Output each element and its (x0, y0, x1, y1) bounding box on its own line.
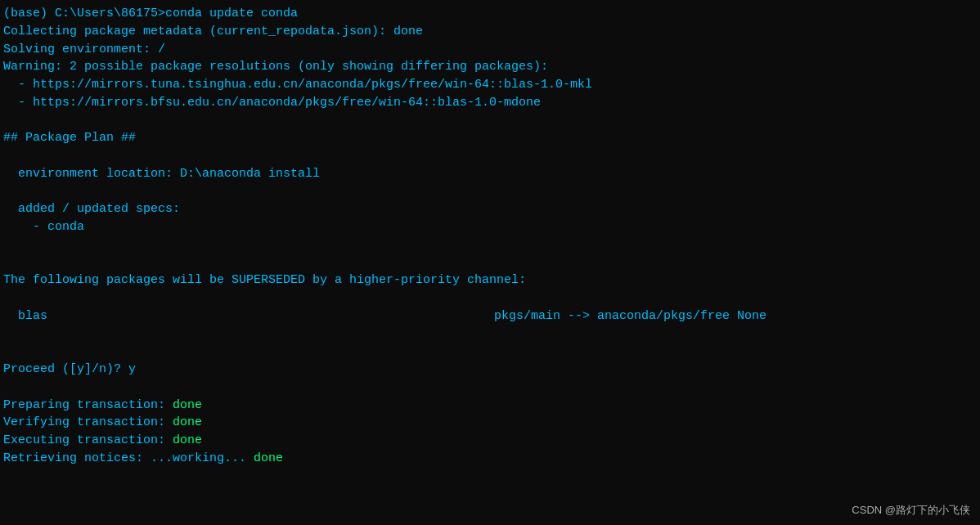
empty-line-8 (3, 343, 977, 361)
verifying-done: done (173, 415, 202, 429)
proceed-line: Proceed ([y]/n)? y (3, 361, 977, 379)
solving-line: Solving environment: / (3, 41, 977, 59)
url1-line: - https://mirrors.tuna.tsinghua.edu.cn/a… (3, 76, 977, 94)
blas-row: blas pkgs/main --> anaconda/pkgs/free No… (3, 307, 977, 325)
empty-line-3 (3, 183, 977, 201)
empty-line-4 (3, 236, 977, 254)
preparing-done: done (173, 398, 202, 412)
blas-right: pkgs/main --> anaconda/pkgs/free None (494, 307, 766, 325)
retrieving-line: Retrieving notices: ...working... done (3, 450, 977, 468)
executing-line: Executing transaction: done (3, 432, 977, 450)
pkg-plan-line: ## Package Plan ## (3, 129, 977, 147)
empty-line-9 (3, 379, 977, 397)
added-specs-line: added / updated specs: (3, 200, 977, 218)
url2-line: - https://mirrors.bfsu.edu.cn/anaconda/p… (3, 94, 977, 112)
blas-left: blas (3, 307, 494, 325)
empty-line-2 (3, 147, 977, 165)
terminal-window: (base) C:\Users\86175>conda update conda… (0, 0, 980, 525)
preparing-line: Preparing transaction: done (3, 397, 977, 415)
retrieving-done: done (254, 451, 283, 465)
executing-done: done (173, 433, 202, 447)
empty-line-5 (3, 254, 977, 272)
env-loc-line: environment location: D:\anaconda instal… (3, 165, 977, 183)
collecting-line: Collecting package metadata (current_rep… (3, 23, 977, 41)
empty-line-7 (3, 325, 977, 343)
command-line: (base) C:\Users\86175>conda update conda (3, 5, 977, 23)
conda-spec-line: - conda (3, 218, 977, 236)
empty-line-6 (3, 289, 977, 307)
warning-line: Warning: 2 possible package resolutions … (3, 58, 977, 76)
superseded-line: The following packages will be SUPERSEDE… (3, 271, 977, 289)
empty-line-1 (3, 112, 977, 130)
watermark: CSDN @路灯下的小飞侠 (852, 503, 970, 518)
verifying-line: Verifying transaction: done (3, 414, 977, 432)
